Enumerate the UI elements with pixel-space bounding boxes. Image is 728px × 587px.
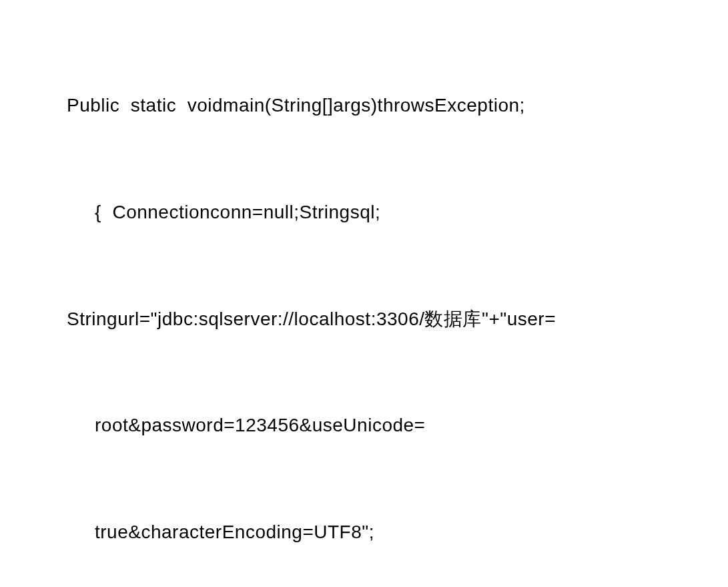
code-line: Stringurl="jdbc:sqlserver://localhost:33… bbox=[67, 301, 715, 337]
code-snippet: Public static voidmain(String[]args)thro… bbox=[67, 17, 715, 587]
code-line: { Connectionconn=null;Stringsql; bbox=[67, 194, 715, 230]
code-line: root&password=123456&useUnicode= bbox=[67, 407, 715, 443]
code-line: true&characterEncoding=UTF8"; bbox=[67, 514, 715, 550]
code-line: Public static voidmain(String[]args)thro… bbox=[67, 87, 715, 123]
